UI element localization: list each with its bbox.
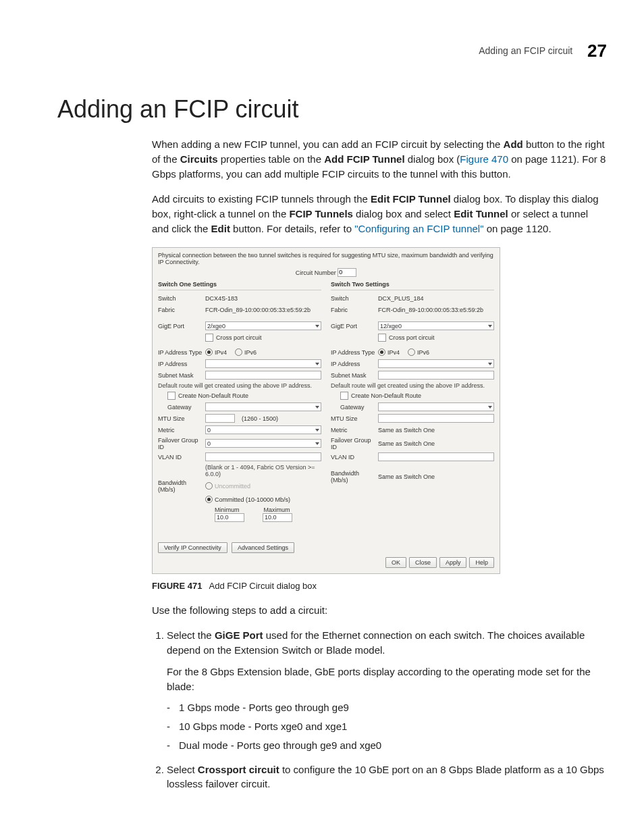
figure-caption: FIGURE 471 Add FCIP Circuit dialog box [152, 581, 607, 591]
mtu-input-2[interactable] [378, 414, 494, 423]
create-route-checkbox-2[interactable] [340, 392, 348, 400]
apply-button[interactable]: Apply [439, 557, 467, 568]
running-title: Adding an FCIP circuit [479, 45, 572, 56]
crossport-checkbox-1[interactable] [205, 334, 213, 342]
committed-radio[interactable] [205, 496, 213, 503]
step-2: Select Crossport circuit to configure th… [167, 762, 607, 792]
chevron-down-icon [488, 406, 492, 409]
circuit-number-row: Circuit Number [158, 268, 494, 277]
dialog-description: Physical connection between the two tunn… [158, 252, 494, 265]
ipv4-radio-2[interactable] [378, 348, 385, 356]
add-fcip-circuit-dialog: Physical connection between the two tunn… [152, 247, 500, 574]
create-route-checkbox-1[interactable] [167, 392, 176, 400]
switch-one-name: DCX4S-183 [205, 295, 238, 302]
paragraph-2: Add circuits to existing FCIP tunnels th… [152, 192, 607, 236]
chevron-down-icon [315, 429, 319, 432]
close-button[interactable]: Close [409, 557, 437, 568]
advanced-settings-button[interactable]: Advanced Settings [232, 542, 294, 553]
bw-min-input[interactable]: 10.0 [215, 513, 244, 522]
chevron-down-icon [315, 363, 319, 365]
ok-button[interactable]: OK [385, 557, 406, 568]
switch-two-name: DCX_PLUS_184 [378, 295, 424, 302]
switch-one-heading: Switch One Settings [158, 281, 321, 290]
step-1: Select the GiGE Port used for the Ethern… [167, 628, 607, 752]
switch-two-fabric: FCR-Odin_89-10:00:00:05:33:e5:59:2b [378, 307, 483, 313]
bw-max-input[interactable]: 10.0 [263, 513, 292, 522]
running-header: Adding an FCIP circuit 27 [57, 41, 607, 61]
ipv4-radio-1[interactable] [205, 348, 213, 356]
chevron-down-icon [315, 442, 319, 445]
use-steps-intro: Use the following steps to add a circuit… [152, 603, 607, 618]
ipv6-radio-2[interactable] [408, 348, 415, 356]
vlan-input-2[interactable] [378, 452, 494, 461]
page-title: Adding an FCIP circuit [57, 95, 607, 124]
chevron-down-icon [488, 325, 492, 328]
circuit-number-input[interactable] [338, 268, 356, 277]
subnet-mask-input-2[interactable] [378, 371, 494, 380]
mtu-input-1[interactable] [205, 414, 235, 423]
circuit-number-label: Circuit Number [296, 269, 336, 276]
crossport-checkbox-2[interactable] [378, 334, 386, 342]
failover-select-1[interactable]: 0 [205, 439, 321, 448]
subnet-mask-input-1[interactable] [205, 371, 321, 380]
list-item: 10 Gbps mode - Ports xge0 and xge1 [179, 719, 607, 734]
switch-two-heading: Switch Two Settings [331, 281, 494, 290]
switch-one-gige-select[interactable]: 2/xge0 [205, 321, 321, 330]
ip-address-input-2[interactable] [378, 359, 494, 368]
gateway-input-1[interactable] [205, 402, 321, 411]
step-1-sublist: 1 Gbps mode - Ports geo through ge9 10 G… [167, 700, 607, 752]
chevron-down-icon [488, 363, 492, 365]
switch-two-gige-select[interactable]: 12/xge0 [378, 321, 494, 330]
configuring-tunnel-link[interactable]: "Configuring an FCIP tunnel" [354, 223, 483, 234]
help-button[interactable]: Help [469, 557, 494, 568]
list-item: Dual mode - Ports geo through ge9 and xg… [179, 738, 607, 753]
paragraph-1: When adding a new FCIP tunnel, you can a… [152, 137, 607, 181]
chapter-number: 27 [587, 41, 607, 61]
vlan-input-1[interactable] [205, 452, 321, 461]
list-item: 1 Gbps mode - Ports geo through ge9 [179, 700, 607, 715]
ip-address-input-1[interactable] [205, 359, 321, 368]
ipv6-radio-1[interactable] [235, 348, 242, 356]
metric-select-1[interactable]: 0 [205, 425, 321, 434]
figure-470-link[interactable]: Figure 470 [460, 153, 508, 165]
switch-one-fabric: FCR-Odin_89-10:00:00:05:33:e5:59:2b [205, 307, 311, 313]
switch-one-column: Switch One Settings SwitchDCX4S-183 Fabr… [158, 281, 321, 553]
verify-ip-button[interactable]: Verify IP Connectivity [158, 542, 227, 553]
uncommitted-radio[interactable] [205, 482, 213, 490]
chevron-down-icon [315, 325, 319, 328]
steps-list: Select the GiGE Port used for the Ethern… [152, 628, 607, 791]
switch-two-column: Switch Two Settings SwitchDCX_PLUS_184 F… [331, 281, 494, 553]
chevron-down-icon [315, 406, 319, 409]
gateway-input-2[interactable] [378, 402, 494, 411]
